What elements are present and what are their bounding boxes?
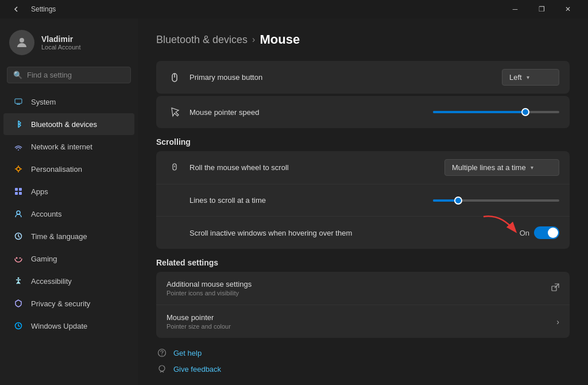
gaming-icon [13, 253, 24, 264]
search-box[interactable]: 🔍 [7, 67, 131, 83]
svg-rect-2 [17, 104, 20, 105]
system-icon [13, 96, 24, 107]
lines-scroll-slider[interactable] [433, 199, 559, 202]
sidebar-item-update[interactable]: Windows Update [3, 315, 134, 337]
lines-scroll-label: Lines to scroll at a time [189, 196, 433, 205]
additional-mouse-settings-row[interactable]: Additional mouse settings Pointer icons … [156, 272, 570, 305]
pointer-speed-control [433, 111, 559, 113]
accessibility-icon [13, 275, 24, 287]
chevron-down-icon: ▾ [531, 164, 533, 171]
mouse-pointer-text: Mouse pointer Pointer size and colour [167, 313, 556, 330]
give-feedback-link[interactable]: Give feedback [156, 363, 570, 375]
mouse-pointer-row[interactable]: Mouse pointer Pointer size and colour › [156, 305, 570, 338]
lines-scroll-row: Lines to scroll at a time [156, 184, 570, 217]
roll-wheel-row: Roll the mouse wheel to scroll Multiple … [156, 151, 570, 184]
close-button[interactable]: ✕ [555, 0, 581, 18]
pointer-speed-row: Mouse pointer speed [156, 96, 570, 128]
back-button[interactable] [7, 0, 25, 18]
scroll-icon [167, 163, 183, 172]
search-input[interactable] [27, 71, 125, 79]
help-icon [156, 347, 168, 359]
slider-thumb-lines[interactable] [454, 197, 462, 205]
sidebar-item-accounts[interactable]: Accounts [3, 203, 134, 225]
sidebar-label-accounts: Accounts [31, 210, 61, 218]
related-section-title: Related settings [156, 258, 570, 267]
title-bar-left: Settings [7, 0, 56, 18]
sidebar-item-apps[interactable]: Apps [3, 180, 134, 202]
slider-track [433, 111, 559, 113]
get-help-label: Get help [173, 349, 202, 357]
window-title: Settings [31, 5, 56, 13]
mouse-pointer-title: Mouse pointer [167, 313, 556, 322]
restore-button[interactable]: ❐ [528, 0, 555, 18]
toggle-on-label: On [520, 229, 529, 237]
svg-point-9 [17, 211, 20, 214]
sidebar-item-gaming[interactable]: Gaming [3, 248, 134, 270]
user-info: Vladimir Local Account [41, 34, 81, 51]
search-icon: 🔍 [13, 71, 22, 79]
scroll-inactive-row: Scroll inactive windows when hovering ov… [156, 217, 570, 249]
sidebar-item-network[interactable]: Network & internet [3, 136, 134, 157]
sidebar-label-accessibility: Accessibility [31, 277, 72, 286]
external-link-icon [551, 283, 559, 293]
svg-rect-1 [15, 99, 22, 103]
primary-button-control: Left ▾ [502, 69, 559, 86]
sidebar-label-personalisation: Personalisation [31, 165, 82, 174]
sidebar: Vladimir Local Account 🔍 System [0, 18, 138, 385]
scroll-inactive-label: Scroll inactive windows when hovering ov… [189, 229, 520, 237]
additional-mouse-subtitle: Pointer icons and visibility [167, 290, 551, 297]
accounts-icon [13, 208, 24, 220]
privacy-icon [13, 298, 24, 309]
svg-point-21 [159, 365, 165, 371]
sidebar-nav: System Bluetooth & devices Network & [0, 90, 138, 337]
svg-point-3 [18, 149, 19, 151]
breadcrumb-separator: › [252, 34, 255, 45]
sidebar-item-accessibility[interactable]: Accessibility [3, 270, 134, 292]
slider-fill [433, 111, 525, 113]
give-feedback-label: Give feedback [173, 365, 221, 374]
sidebar-item-system[interactable]: System [3, 91, 134, 113]
sidebar-item-privacy[interactable]: Privacy & security [3, 292, 134, 314]
slider-thumb[interactable] [521, 108, 529, 116]
mouse-icon [167, 72, 183, 83]
app-body: Vladimir Local Account 🔍 System [0, 18, 588, 385]
primary-button-row: Primary mouse button Left ▾ [156, 61, 570, 94]
sidebar-label-bluetooth: Bluetooth & devices [31, 120, 97, 129]
feedback-icon [156, 363, 168, 375]
lines-scroll-control [433, 199, 559, 202]
primary-button-dropdown[interactable]: Left ▾ [502, 69, 559, 86]
additional-mouse-title: Additional mouse settings [167, 280, 551, 288]
mouse-pointer-subtitle: Pointer size and colour [167, 323, 556, 330]
user-profile: Vladimir Local Account [0, 23, 138, 64]
svg-rect-8 [19, 192, 22, 195]
scroll-inactive-toggle-wrapper: On [520, 226, 559, 239]
roll-wheel-dropdown[interactable]: Multiple lines at a time ▾ [444, 159, 559, 176]
svg-point-0 [20, 38, 24, 43]
sidebar-item-bluetooth[interactable]: Bluetooth & devices [3, 113, 134, 135]
sidebar-label-apps: Apps [31, 187, 48, 196]
sidebar-label-network: Network & internet [31, 143, 92, 151]
content-area: Bluetooth & devices › Mouse Primary mous… [138, 18, 588, 385]
primary-button-label: Primary mouse button [189, 73, 502, 82]
pointer-icon [167, 107, 183, 117]
scroll-inactive-toggle[interactable] [534, 226, 559, 239]
roll-wheel-label: Roll the mouse wheel to scroll [189, 163, 444, 172]
breadcrumb-current: Mouse [260, 32, 300, 47]
breadcrumb: Bluetooth & devices › Mouse [156, 32, 570, 47]
window-controls: ─ ❐ ✕ [502, 0, 581, 18]
primary-button-card: Primary mouse button Left ▾ [156, 61, 570, 94]
related-settings-card: Additional mouse settings Pointer icons … [156, 272, 570, 338]
sidebar-item-personalisation[interactable]: Personalisation [3, 158, 134, 180]
get-help-link[interactable]: Get help [156, 347, 570, 359]
pointer-speed-label: Mouse pointer speed [189, 108, 433, 117]
update-icon [13, 320, 24, 332]
sidebar-item-time[interactable]: Time & language [3, 225, 134, 247]
svg-point-11 [18, 278, 20, 279]
minimize-button[interactable]: ─ [502, 0, 528, 18]
footer-links: Get help Give feedback [156, 347, 570, 375]
pointer-speed-card: Mouse pointer speed [156, 96, 570, 128]
title-bar: Settings ─ ❐ ✕ [0, 0, 588, 18]
svg-point-4 [17, 167, 20, 171]
pointer-speed-slider[interactable] [433, 111, 559, 113]
sidebar-label-gaming: Gaming [31, 255, 57, 263]
